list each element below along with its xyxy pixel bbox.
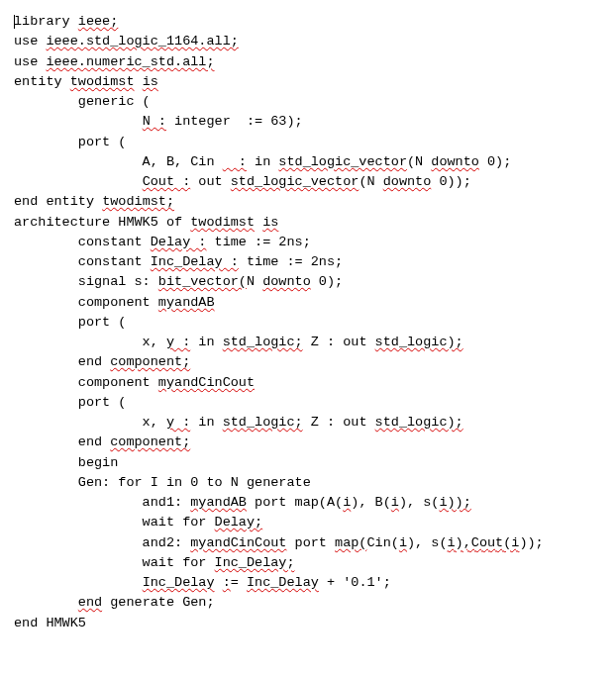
spellcheck-squiggle: std_logic_vector <box>278 154 407 169</box>
code-line[interactable]: port ( <box>14 133 602 152</box>
underline-marker: y : <box>166 415 190 430</box>
spellcheck-squiggle: twodimst <box>70 74 135 89</box>
underline-marker: : <box>223 154 247 169</box>
code-line[interactable]: constant Inc_Delay : time := 2ns; <box>14 252 602 272</box>
underline-marker: Delay : <box>151 235 207 249</box>
spellcheck-squiggle: Inc_Delay <box>143 575 215 590</box>
code-line[interactable]: constant Delay : time := 2ns; <box>14 233 602 252</box>
code-line[interactable]: end HMWK5 <box>14 614 602 633</box>
spellcheck-squiggle: std_logic_vector <box>231 174 359 189</box>
code-line[interactable]: Inc_Delay := Inc_Delay + '0.1'; <box>14 573 602 593</box>
code-line[interactable]: x, y : in std_logic; Z : out std_logic); <box>14 333 602 352</box>
spellcheck-squiggle: bit_vector( <box>158 274 247 289</box>
code-line[interactable]: N : integer := 63); <box>14 112 602 132</box>
underline-marker: y : <box>166 335 190 349</box>
underline-marker: component; <box>110 354 190 369</box>
code-line[interactable]: A, B, Cin : in std_logic_vector(N downto… <box>14 152 602 172</box>
code-line[interactable]: component myandCinCout <box>14 373 602 393</box>
code-line[interactable]: and1: myandAB port map(A(i), B(i), s(i))… <box>14 493 602 513</box>
code-editor[interactable]: library ieee;use ieee.std_logic_1164.all… <box>14 12 602 633</box>
spellcheck-squiggle: Cout : <box>143 174 191 189</box>
code-line[interactable]: library ieee; <box>14 12 602 32</box>
underline-marker: ieee.std_logic_1164.all; <box>46 34 238 48</box>
underline-marker: component; <box>110 434 190 449</box>
spellcheck-squiggle: Inc_Delay : <box>151 254 239 269</box>
spellcheck-squiggle: myandAB <box>190 495 247 510</box>
underline-marker: end <box>78 595 102 610</box>
code-line[interactable]: entity twodimst is <box>14 72 602 92</box>
spellcheck-squiggle: downto <box>262 274 311 289</box>
code-line[interactable]: end entity twodimst; <box>14 192 602 212</box>
spellcheck-squiggle: twodimst; <box>102 194 174 209</box>
spellcheck-squiggle: std_logic; <box>223 335 303 349</box>
spellcheck-squiggle: i)); <box>439 495 470 510</box>
code-line[interactable]: Gen: for I in 0 to N generate <box>14 473 602 493</box>
code-line[interactable]: x, y : in std_logic; Z : out std_logic); <box>14 413 602 433</box>
spellcheck-squiggle: Inc_Delay <box>247 575 319 590</box>
code-line[interactable]: end component; <box>14 352 602 372</box>
code-line[interactable]: use ieee.numeric_std.all; <box>14 52 602 72</box>
code-line[interactable]: wait for Inc_Delay; <box>14 553 602 573</box>
spellcheck-squiggle: myandCinCout <box>158 375 255 390</box>
underline-marker: N : <box>143 114 166 129</box>
code-line[interactable]: signal s: bit_vector(N downto 0); <box>14 272 602 292</box>
spellcheck-squiggle: ieee.numeric_std.all; <box>46 54 214 69</box>
code-line[interactable]: port ( <box>14 313 602 333</box>
code-line[interactable]: and2: myandCinCout port map(Cin(i), s(i)… <box>14 533 602 553</box>
spellcheck-squiggle: downto <box>383 174 432 189</box>
underline-marker: is <box>143 74 158 89</box>
spellcheck-squiggle: i),Cout(i <box>448 535 520 550</box>
spellcheck-squiggle: i <box>391 495 399 510</box>
code-line[interactable]: end component; <box>14 433 602 452</box>
code-line[interactable]: begin <box>14 453 602 473</box>
underline-marker: Delay; <box>215 515 263 530</box>
spellcheck-squiggle: i <box>343 495 351 510</box>
spellcheck-squiggle: std_logic); <box>375 415 463 430</box>
code-line[interactable]: component myandAB <box>14 293 602 313</box>
code-line[interactable]: architecture HMWK5 of twodimst is <box>14 213 602 233</box>
code-line[interactable]: port ( <box>14 393 602 413</box>
text-cursor <box>14 15 15 29</box>
spellcheck-squiggle: myandCinCout <box>190 535 286 550</box>
code-line[interactable]: end generate Gen; <box>14 593 602 613</box>
code-line[interactable]: wait for Delay; <box>14 513 602 532</box>
spellcheck-squiggle: twodimst <box>190 215 255 230</box>
spellcheck-squiggle: Inc_Delay; <box>215 555 295 570</box>
underline-marker: map( <box>335 535 366 550</box>
code-line[interactable]: Cout : out std_logic_vector(N downto 0))… <box>14 172 602 192</box>
underline-marker: : <box>223 575 231 590</box>
code-line[interactable]: use ieee.std_logic_1164.all; <box>14 32 602 51</box>
spellcheck-squiggle: i <box>399 535 407 550</box>
code-line[interactable]: generic ( <box>14 92 602 112</box>
spellcheck-squiggle: std_logic); <box>375 335 463 349</box>
spellcheck-squiggle: std_logic; <box>223 415 303 430</box>
spellcheck-squiggle: downto <box>431 154 479 169</box>
underline-marker: is <box>262 215 278 230</box>
spellcheck-squiggle: ieee; <box>78 14 119 29</box>
spellcheck-squiggle: myandAB <box>158 295 215 310</box>
